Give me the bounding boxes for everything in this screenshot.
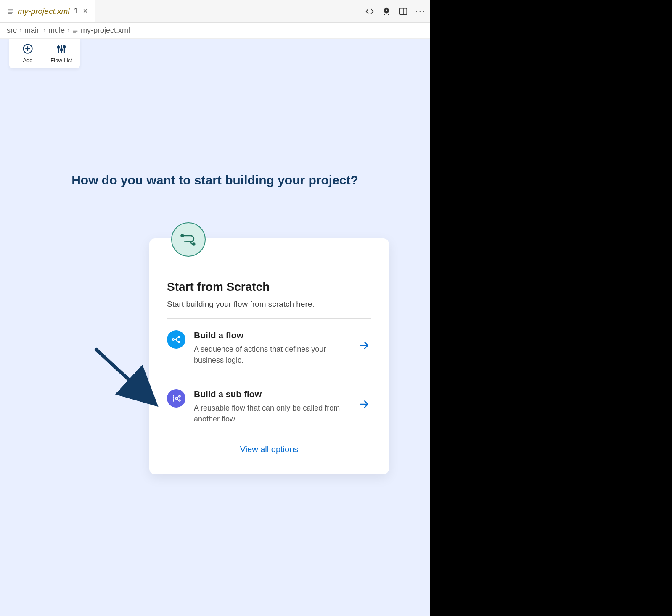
file-icon [8, 8, 14, 15]
tab-bar: my-project.xml 1 × ··· [0, 0, 430, 23]
toggle-code-icon[interactable] [365, 7, 374, 16]
svg-point-19 [181, 234, 184, 237]
breadcrumb-segment[interactable]: mule [48, 26, 65, 35]
tabbar-actions: ··· [365, 0, 426, 22]
chevron-right-icon: › [19, 26, 22, 35]
start-card: Start from Scratch Start building your f… [149, 238, 389, 474]
split-editor-icon[interactable] [399, 7, 408, 16]
flow-list-button[interactable]: Flow List [49, 43, 74, 63]
subflow-icon [167, 389, 185, 408]
canvas-toolbox: Add Flow List [9, 39, 80, 68]
option-description: A sequence of actions that defines your … [194, 344, 350, 366]
option-title: Build a sub flow [194, 389, 350, 399]
more-actions-icon[interactable]: ··· [415, 6, 426, 17]
flow-icon [167, 330, 185, 349]
flow-path-icon [171, 222, 206, 257]
page-headline: How do you want to start building your p… [0, 173, 430, 187]
flow-canvas: Add Flow List How do you want to start b… [0, 39, 430, 616]
svg-point-16 [61, 49, 63, 51]
arrow-right-icon [359, 399, 370, 411]
svg-line-30 [96, 350, 151, 400]
option-title: Build a flow [194, 330, 350, 340]
chevron-right-icon: › [43, 26, 46, 35]
add-button-label: Add [23, 57, 32, 63]
breadcrumb-segment[interactable]: main [24, 26, 41, 35]
svg-point-18 [63, 46, 66, 48]
editor-tab[interactable]: my-project.xml 1 × [0, 0, 95, 22]
add-button[interactable]: Add [15, 43, 40, 63]
option-build-subflow[interactable]: Build a sub flow A reusable flow that ca… [167, 377, 371, 428]
tab-close-button[interactable]: × [82, 6, 90, 16]
arrow-right-icon [359, 340, 370, 353]
chevron-right-icon: › [67, 26, 70, 35]
file-icon [72, 28, 78, 34]
rocket-icon[interactable] [382, 7, 391, 16]
editor-window: my-project.xml 1 × ··· src › main › mule… [0, 0, 430, 616]
option-build-flow[interactable]: Build a flow A sequence of actions that … [167, 319, 371, 369]
flow-list-button-label: Flow List [50, 57, 72, 63]
view-all-options-link[interactable]: View all options [167, 445, 371, 454]
breadcrumb: src › main › mule › my-project.xml [0, 23, 430, 39]
option-description: A reusable flow that can only be called … [194, 403, 350, 424]
tab-dirty-indicator: 1 [74, 7, 78, 16]
tab-filename: my-project.xml [18, 7, 70, 16]
breadcrumb-file[interactable]: my-project.xml [81, 26, 130, 35]
breadcrumb-segment[interactable]: src [7, 26, 17, 35]
svg-point-14 [58, 46, 60, 48]
card-subtitle: Start building your flow from scratch he… [167, 300, 371, 319]
card-title: Start from Scratch [167, 280, 371, 294]
